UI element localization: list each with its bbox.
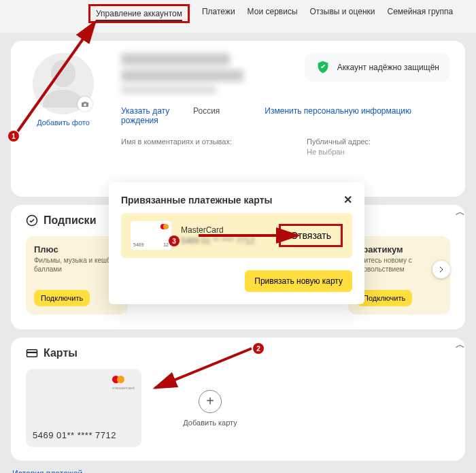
modal-card-number-blurred: 5469 01 ** **** 7712 bbox=[181, 236, 254, 246]
step-badge-1: 1 bbox=[8, 131, 19, 142]
svg-point-1 bbox=[27, 216, 37, 226]
mini-card-left: 5469 bbox=[133, 242, 144, 247]
add-card-label: Добавить карту bbox=[183, 419, 237, 427]
add-card-button[interactable]: + Добавить карту bbox=[152, 369, 268, 447]
sub-desc: Учитесь новому с удовольствием bbox=[356, 257, 442, 274]
edit-personal-link[interactable]: Изменить персональную информацию bbox=[265, 106, 411, 125]
step-badge-3: 3 bbox=[169, 235, 180, 246]
tab-reviews[interactable]: Отзывы и оценки bbox=[310, 7, 375, 26]
payment-history-link[interactable]: История платежей bbox=[12, 469, 465, 473]
top-tabs: Управление аккаунтом Платежи Мои сервисы… bbox=[0, 0, 476, 33]
mastercard-logo: mastercard bbox=[112, 376, 135, 390]
tab-account[interactable]: Управление аккаунтом bbox=[88, 4, 190, 23]
tab-payments[interactable]: Платежи bbox=[202, 7, 235, 26]
linked-cards-modal: Привязанные платежные карты ✕ 5469 12 Ma… bbox=[109, 182, 364, 304]
comment-name-label: Имя в комментариях и отзывах: bbox=[121, 137, 232, 146]
attach-new-card-button[interactable]: Привязать новую карту bbox=[245, 270, 352, 292]
camera-icon[interactable] bbox=[78, 97, 92, 112]
sub-desc: Фильмы, музыка и кешбэк баллами bbox=[34, 257, 120, 274]
mini-card-right: 12 bbox=[163, 242, 169, 247]
svg-rect-3 bbox=[27, 352, 37, 353]
sub-title: Плюс bbox=[34, 244, 120, 255]
tab-account-label: Управление аккаунтом bbox=[96, 9, 182, 21]
chevron-up-icon[interactable]: ︿ bbox=[456, 206, 465, 218]
card-icon bbox=[26, 347, 38, 359]
mastercard-logo bbox=[160, 224, 169, 229]
modal-card-row: 5469 12 MasterCard 5469 01 ** **** 7712 … bbox=[121, 213, 352, 258]
sub-title: Практикум bbox=[356, 244, 442, 255]
cards-title: Карты bbox=[44, 347, 78, 359]
connect-button[interactable]: Подключить bbox=[34, 290, 90, 306]
modal-card-brand: MasterCard bbox=[181, 225, 254, 235]
close-icon[interactable]: ✕ bbox=[343, 193, 352, 206]
public-addr-value: Не выбран bbox=[307, 148, 371, 156]
unlink-button[interactable]: Отвязать bbox=[279, 224, 343, 247]
chevron-up-icon[interactable]: ︿ bbox=[456, 339, 465, 351]
country-label: Россия bbox=[193, 106, 220, 125]
mastercard-label: mastercard bbox=[112, 386, 135, 390]
scroll-right-button[interactable] bbox=[432, 261, 450, 278]
tab-family[interactable]: Семейная группа bbox=[388, 7, 454, 26]
subscriptions-title: Подписки bbox=[44, 214, 96, 227]
card-number: 5469 01** **** 7712 bbox=[33, 430, 135, 440]
tab-services[interactable]: Мои сервисы bbox=[248, 7, 298, 26]
connect-button[interactable]: Подключить bbox=[356, 290, 412, 306]
user-name-blurred bbox=[121, 53, 450, 94]
step-badge-2: 2 bbox=[253, 343, 264, 354]
plus-icon: + bbox=[199, 390, 222, 413]
birthday-link[interactable]: Указать дату рождения bbox=[121, 106, 175, 125]
avatar[interactable] bbox=[33, 53, 94, 114]
payment-card[interactable]: mastercard 5469 01** **** 7712 bbox=[26, 369, 141, 447]
add-photo-link[interactable]: Добавить фото bbox=[37, 118, 90, 127]
profile-panel: Аккаунт надёжно защищён Добавить фото bbox=[11, 41, 465, 197]
mini-card: 5469 12 bbox=[131, 221, 171, 250]
arrow-right-icon bbox=[437, 265, 445, 274]
public-addr-label: Публичный адрес: bbox=[307, 137, 371, 146]
cards-panel: Карты ︿ mastercard 5469 01** **** 7712 +… bbox=[11, 338, 465, 461]
check-circle-icon bbox=[26, 214, 38, 227]
modal-title: Привязанные платежные карты bbox=[121, 195, 273, 206]
